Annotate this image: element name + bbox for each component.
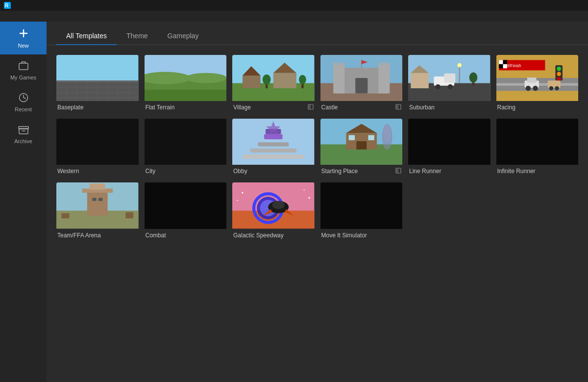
template-info-castle: Castle [320, 101, 403, 113]
svg-rect-52 [382, 63, 385, 67]
recent-icon [18, 92, 29, 104]
svg-point-69 [448, 84, 453, 89]
template-card-move-it-simulator[interactable]: Move It Simulator [320, 182, 403, 240]
svg-rect-46 [333, 65, 344, 94]
sidebar-label-recent: Recent [15, 106, 32, 112]
template-name-team-arena: Team/FFA Arena [57, 232, 138, 239]
svg-rect-117 [408, 119, 490, 165]
template-card-combat[interactable]: Combat [145, 182, 227, 240]
template-card-flat-terrain[interactable]: Flat Terrain [145, 55, 227, 113]
svg-point-140 [308, 197, 310, 199]
book-icon [395, 168, 401, 175]
template-card-castle[interactable]: Castle [320, 55, 403, 113]
sidebar-item-archive[interactable]: Archive [0, 118, 47, 150]
template-info-western: Western [56, 165, 139, 177]
template-thumb-racing: Start/Finish [496, 55, 579, 101]
tab-theme[interactable]: Theme [117, 28, 158, 45]
svg-point-141 [237, 200, 238, 201]
template-name-baseplate: Baseplate [57, 104, 138, 111]
sidebar-item-new[interactable]: New [0, 22, 47, 54]
my-games-icon [18, 60, 29, 73]
svg-rect-97 [243, 155, 304, 159]
template-name-obby: Obby [233, 168, 314, 175]
book-icon [395, 104, 401, 111]
template-card-starting-place[interactable]: Starting Place [320, 119, 403, 177]
svg-rect-124 [92, 198, 96, 201]
template-name-starting-place: Starting Place [321, 168, 394, 175]
template-info-team-arena: Team/FFA Arena [56, 229, 139, 241]
template-thumb-galactic-speedway [232, 182, 315, 229]
template-info-line-runner: Line Runner [408, 165, 490, 177]
template-card-city[interactable]: City [145, 119, 227, 177]
svg-rect-48 [333, 63, 336, 67]
template-card-village[interactable]: Village [232, 55, 315, 113]
svg-point-139 [304, 190, 305, 191]
svg-rect-81 [499, 64, 503, 68]
template-card-suburban[interactable]: Suburban [408, 55, 490, 113]
template-card-galactic-speedway[interactable]: Galactic Speedway [232, 182, 315, 240]
template-card-western[interactable]: Western [56, 119, 139, 177]
svg-rect-53 [387, 63, 390, 67]
template-card-team-arena[interactable]: Team/FFA Arena [56, 182, 139, 240]
template-card-racing[interactable]: Start/Finish Racing [496, 55, 579, 113]
svg-point-86 [557, 77, 561, 81]
template-thumb-move-it-simulator [320, 182, 403, 229]
template-thumb-village [232, 55, 315, 101]
menubar [0, 11, 588, 22]
content-area: All TemplatesThemeGameplay Baseplate Fla… [47, 22, 588, 382]
template-thumb-infinite-runner [496, 119, 579, 165]
template-card-line-runner[interactable]: Line Runner [408, 119, 490, 177]
svg-rect-142 [320, 182, 403, 229]
svg-rect-67 [444, 74, 455, 83]
template-name-move-it-simulator: Move It Simulator [321, 232, 402, 239]
sidebar-item-recent[interactable]: Recent [0, 86, 47, 118]
svg-rect-49 [337, 63, 340, 67]
svg-rect-118 [496, 119, 579, 165]
template-name-village: Village [233, 104, 306, 111]
template-name-castle: Castle [321, 104, 394, 111]
template-thumb-city [145, 119, 227, 165]
svg-rect-109 [368, 135, 374, 140]
template-thumb-line-runner [408, 119, 490, 165]
template-info-move-it-simulator: Move It Simulator [320, 229, 403, 241]
template-card-obby[interactable]: Obby [232, 119, 315, 177]
sidebar-label-archive: Archive [14, 138, 32, 144]
titlebar: R [0, 0, 588, 11]
new-icon [18, 27, 29, 41]
template-info-city: City [145, 165, 227, 177]
svg-point-37 [299, 75, 306, 84]
svg-rect-70 [411, 73, 429, 88]
svg-rect-126 [61, 213, 69, 218]
sidebar-label-new: New [18, 43, 28, 49]
app-container: New My Games Recent Archive All Template… [0, 22, 588, 382]
template-card-infinite-runner[interactable]: Infinite Runner [496, 119, 579, 177]
svg-point-65 [458, 63, 462, 67]
svg-rect-99 [258, 142, 289, 146]
svg-point-138 [242, 192, 243, 194]
template-name-western: Western [57, 168, 138, 175]
template-info-baseplate: Baseplate [56, 101, 139, 113]
svg-point-92 [549, 86, 553, 90]
svg-rect-80 [503, 60, 507, 64]
svg-rect-30 [243, 76, 261, 88]
sidebar-item-my-games[interactable]: My Games [0, 54, 47, 86]
svg-rect-98 [250, 149, 296, 153]
svg-rect-91 [547, 80, 560, 88]
tab-all-templates[interactable]: All Templates [56, 28, 117, 45]
sidebar: New My Games Recent Archive [0, 22, 47, 382]
template-name-galactic-speedway: Galactic Speedway [233, 232, 314, 239]
svg-point-27 [185, 73, 226, 83]
tab-gameplay[interactable]: Gameplay [158, 28, 209, 45]
svg-rect-4 [19, 63, 28, 70]
svg-point-89 [525, 86, 530, 91]
template-thumb-combat [145, 182, 227, 229]
template-card-baseplate[interactable]: Baseplate [56, 55, 139, 113]
template-name-flat-terrain: Flat Terrain [146, 104, 226, 111]
template-thumb-western [56, 119, 139, 165]
book-icon [308, 104, 314, 111]
svg-point-85 [557, 72, 561, 76]
template-thumb-suburban [408, 55, 490, 101]
template-name-combat: Combat [146, 232, 226, 239]
svg-rect-32 [273, 73, 296, 88]
template-info-infinite-runner: Infinite Runner [496, 165, 579, 177]
